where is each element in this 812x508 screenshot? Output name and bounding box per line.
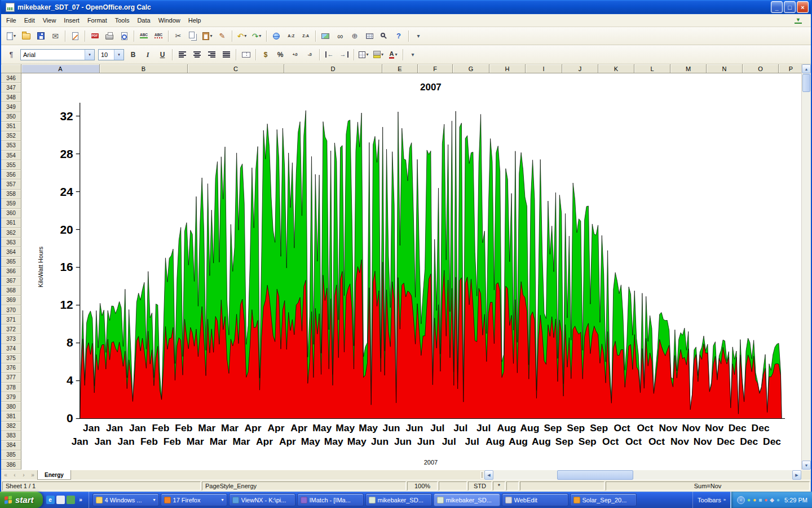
- row-header-357[interactable]: 357: [1, 179, 21, 189]
- column-header-d[interactable]: D: [284, 64, 382, 73]
- row-header-373[interactable]: 373: [1, 334, 21, 344]
- toolbar-overflow-icon[interactable]: ▾: [405, 48, 420, 62]
- row-header-375[interactable]: 375: [1, 354, 21, 364]
- background-color-icon[interactable]: ▾: [371, 48, 386, 62]
- row-header-383[interactable]: 383: [1, 431, 21, 441]
- column-header-m[interactable]: M: [670, 64, 707, 73]
- column-header-j[interactable]: J: [562, 64, 598, 73]
- maximize-button[interactable]: □: [784, 1, 796, 13]
- column-header-f[interactable]: F: [418, 64, 453, 73]
- menu-window[interactable]: Window: [155, 15, 184, 25]
- new-document-icon[interactable]: ▾: [4, 29, 19, 43]
- status-spacer[interactable]: [520, 481, 604, 491]
- column-header-p[interactable]: P: [779, 64, 801, 73]
- row-header-361[interactable]: 361: [1, 218, 21, 228]
- app-icon[interactable]: [6, 3, 15, 12]
- quicklaunch-overflow-icon[interactable]: »: [77, 496, 85, 504]
- tab-scrollbar-splitter[interactable]: [480, 471, 484, 479]
- font-name-combo[interactable]: Arial ▾: [20, 49, 95, 60]
- taskbar-button-6[interactable]: WebEdit: [502, 493, 568, 506]
- row-header-358[interactable]: 358: [1, 190, 21, 199]
- menubar-overflow-icon[interactable]: ▼: [795, 17, 802, 24]
- row-header-382[interactable]: 382: [1, 422, 21, 431]
- column-header-i[interactable]: I: [526, 64, 562, 73]
- help-icon[interactable]: ?: [391, 29, 406, 43]
- row-header-366[interactable]: 366: [1, 267, 21, 277]
- row-header-363[interactable]: 363: [1, 238, 21, 247]
- select-all-corner[interactable]: [1, 64, 21, 73]
- borders-icon[interactable]: ▾: [356, 48, 371, 62]
- undo-icon[interactable]: ↶▾: [235, 29, 249, 43]
- column-header-n[interactable]: N: [707, 64, 743, 73]
- status-insert-mode[interactable]: [439, 481, 467, 491]
- taskbar-button-4[interactable]: mikebaker_SD...: [365, 493, 432, 506]
- taskbar-button-1[interactable]: 17 Firefox▾: [161, 493, 227, 506]
- status-sheet-indicator[interactable]: Sheet 1 / 1: [2, 481, 201, 491]
- column-header-c[interactable]: C: [188, 64, 284, 73]
- row-header-384[interactable]: 384: [1, 441, 21, 450]
- row-header-360[interactable]: 360: [1, 209, 21, 218]
- minimize-button[interactable]: _: [771, 1, 783, 13]
- first-sheet-button[interactable]: «: [1, 470, 10, 480]
- menu-view[interactable]: View: [39, 15, 60, 25]
- tray-icon-5[interactable]: ◆: [770, 497, 774, 503]
- font-size-combo[interactable]: 10 ▾: [98, 49, 124, 60]
- column-header-e[interactable]: E: [382, 64, 418, 73]
- vertical-scroll-thumb[interactable]: [802, 74, 810, 92]
- font-color-icon[interactable]: A▾: [386, 48, 400, 62]
- row-header-370[interactable]: 370: [1, 305, 21, 315]
- row-header-354[interactable]: 354: [1, 151, 21, 160]
- status-signature[interactable]: [506, 481, 519, 491]
- column-header-b[interactable]: B: [100, 64, 188, 73]
- paste-icon[interactable]: ▾: [200, 29, 215, 43]
- row-header-378[interactable]: 378: [1, 383, 21, 392]
- row-header-377[interactable]: 377: [1, 373, 21, 383]
- menu-file[interactable]: File: [2, 15, 20, 25]
- percent-format-icon[interactable]: %: [273, 48, 288, 62]
- sheet-tab-energy[interactable]: Energy: [37, 470, 71, 480]
- row-header-380[interactable]: 380: [1, 402, 21, 411]
- horizontal-scroll-track[interactable]: [493, 470, 792, 480]
- navigator-icon[interactable]: ⊕: [347, 29, 362, 43]
- scroll-left-button[interactable]: ◀: [484, 470, 493, 480]
- gallery-icon[interactable]: [318, 29, 333, 43]
- horizontal-scroll-thumb[interactable]: [557, 470, 633, 480]
- menu-format[interactable]: Format: [83, 15, 111, 25]
- row-header-348[interactable]: 348: [1, 93, 21, 102]
- row-header-355[interactable]: 355: [1, 160, 21, 170]
- status-modified-flag[interactable]: *: [493, 481, 505, 491]
- row-header-371[interactable]: 371: [1, 315, 21, 325]
- email-icon[interactable]: ✉: [48, 29, 63, 43]
- spellcheck-icon[interactable]: ABC: [136, 29, 151, 43]
- scroll-up-button[interactable]: ▲: [802, 64, 811, 73]
- edit-file-icon[interactable]: [68, 29, 82, 43]
- horizontal-scrollbar[interactable]: ◀ ▶: [484, 470, 801, 480]
- menu-help[interactable]: Help: [184, 15, 205, 25]
- row-header-349[interactable]: 349: [1, 102, 21, 112]
- format-paintbrush-icon[interactable]: ✎: [215, 29, 230, 43]
- row-header-372[interactable]: 372: [1, 325, 21, 334]
- vertical-scroll-track[interactable]: [802, 93, 811, 461]
- copy-icon[interactable]: [186, 29, 200, 43]
- add-decimal-icon[interactable]: +.0: [288, 48, 302, 62]
- tray-icon-3[interactable]: ■: [758, 497, 762, 503]
- quicklaunch-browser-icon[interactable]: e: [46, 496, 55, 504]
- row-header-364[interactable]: 364: [1, 247, 21, 257]
- merge-cells-icon[interactable]: [239, 48, 253, 62]
- row-header-368[interactable]: 368: [1, 286, 21, 296]
- bold-icon[interactable]: B: [126, 48, 140, 62]
- scroll-right-button[interactable]: ▶: [792, 470, 801, 480]
- row-header-365[interactable]: 365: [1, 257, 21, 266]
- underline-icon[interactable]: U: [155, 48, 170, 62]
- status-selection-mode[interactable]: STD: [468, 481, 492, 491]
- taskbar-button-3[interactable]: IMatch - [IMa...: [297, 493, 364, 506]
- next-sheet-button[interactable]: ›: [19, 470, 28, 480]
- decrease-indent-icon[interactable]: ←: [322, 48, 337, 62]
- row-header-367[interactable]: 367: [1, 277, 21, 286]
- quicklaunch-icon-2[interactable]: [56, 496, 65, 504]
- status-page-style[interactable]: PageStyle_Energy: [202, 481, 406, 491]
- column-header-h[interactable]: H: [489, 64, 526, 73]
- save-icon[interactable]: [33, 29, 48, 43]
- menu-insert[interactable]: Insert: [60, 15, 83, 25]
- tray-icon-1[interactable]: ●: [747, 497, 751, 503]
